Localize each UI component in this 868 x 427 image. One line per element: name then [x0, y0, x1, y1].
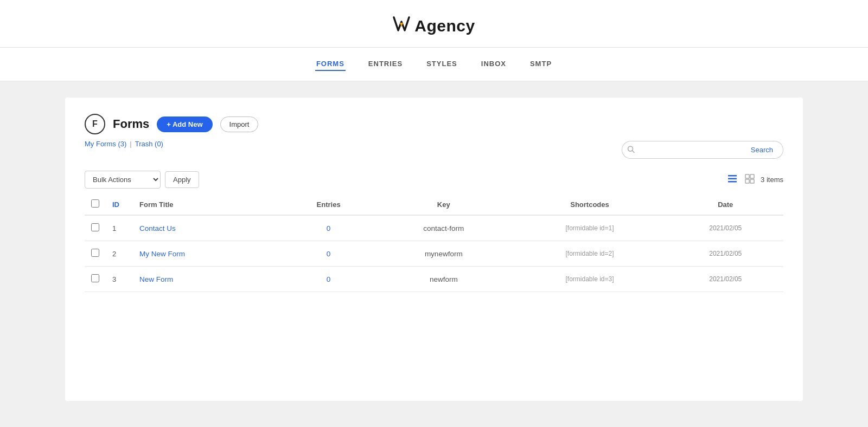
- col-header-id[interactable]: ID: [106, 194, 133, 215]
- bulk-actions-wrap: Bulk Actions Delete Apply: [85, 171, 199, 189]
- row-title: Contact Us: [133, 215, 282, 241]
- site-name: Agency: [414, 17, 475, 35]
- row-shortcode: [formidable id=2]: [512, 241, 667, 267]
- col-header-key: Key: [375, 194, 512, 215]
- col-header-shortcodes: Shortcodes: [512, 194, 667, 215]
- svg-rect-2: [728, 175, 737, 177]
- table-row: 1 Contact Us 0 contact-form [formidable …: [85, 215, 783, 241]
- forms-icon: F: [85, 114, 105, 134]
- search-button[interactable]: Search: [741, 141, 783, 159]
- svg-rect-5: [745, 174, 749, 178]
- page-body: F Forms + Add New Import My Forms (3) | …: [0, 81, 868, 417]
- toolbar-row: Bulk Actions Delete Apply: [85, 171, 783, 189]
- sub-nav: My Forms (3) | Trash (0): [85, 140, 163, 148]
- row-date: 2021/02/05: [668, 241, 783, 267]
- top-header: Agency: [0, 0, 868, 48]
- row-date: 2021/02/05: [668, 267, 783, 292]
- row-key: contact-form: [375, 215, 512, 241]
- row-entries: 0: [282, 215, 375, 241]
- row-id: 1: [106, 215, 133, 241]
- row-id: 2: [106, 241, 133, 267]
- nav-smtp[interactable]: SMTP: [529, 57, 553, 71]
- col-header-check: [85, 194, 106, 215]
- row-key: newform: [375, 267, 512, 292]
- list-view-button[interactable]: [726, 172, 739, 187]
- select-all-checkbox[interactable]: [91, 199, 99, 208]
- search-icon-wrap: [622, 141, 741, 159]
- logo: Agency: [393, 15, 475, 36]
- search-input[interactable]: [622, 141, 741, 159]
- row-key: mynewform: [375, 241, 512, 267]
- nav-inbox[interactable]: INBOX: [480, 57, 507, 71]
- search-wrap: Search: [622, 141, 783, 159]
- row-shortcode: [formidable id=1]: [512, 215, 667, 241]
- row-checkbox[interactable]: [91, 223, 99, 231]
- row-title: My New Form: [133, 241, 282, 267]
- col-header-form-title: Form Title: [133, 194, 282, 215]
- view-controls: 3 items: [726, 172, 783, 187]
- form-title-link[interactable]: My New Form: [139, 250, 185, 258]
- row-entries: 0: [282, 241, 375, 267]
- row-shortcode: [formidable id=3]: [512, 267, 667, 292]
- row-checkbox-cell: [85, 267, 106, 292]
- col-header-date: Date: [668, 194, 783, 215]
- logo-icon: [393, 15, 410, 36]
- main-nav: FORMS ENTRIES STYLES INBOX SMTP: [0, 48, 868, 81]
- row-id: 3: [106, 267, 133, 292]
- forms-header: F Forms + Add New Import: [85, 114, 783, 134]
- form-title-link[interactable]: New Form: [139, 275, 173, 283]
- row-date: 2021/02/05: [668, 215, 783, 241]
- svg-rect-3: [728, 178, 737, 179]
- row-checkbox[interactable]: [91, 249, 99, 257]
- grid-view-button[interactable]: [743, 172, 756, 187]
- nav-styles[interactable]: STYLES: [425, 57, 458, 71]
- svg-rect-4: [728, 181, 737, 183]
- table-row: 2 My New Form 0 mynewform [formidable id…: [85, 241, 783, 267]
- nav-forms[interactable]: FORMS: [315, 57, 346, 71]
- row-checkbox-cell: [85, 241, 106, 267]
- row-checkbox[interactable]: [91, 274, 99, 282]
- page-title: Forms: [113, 117, 149, 131]
- row-checkbox-cell: [85, 215, 106, 241]
- content-card: F Forms + Add New Import My Forms (3) | …: [65, 98, 803, 401]
- add-new-button[interactable]: + Add New: [157, 117, 212, 132]
- svg-rect-7: [745, 179, 749, 183]
- my-forms-link[interactable]: My Forms (3): [85, 140, 126, 148]
- bulk-actions-select[interactable]: Bulk Actions Delete: [85, 171, 161, 189]
- item-count: 3 items: [761, 176, 783, 184]
- svg-rect-8: [750, 179, 754, 183]
- svg-rect-6: [750, 174, 754, 178]
- forms-table: ID Form Title Entries Key Shortcodes Dat…: [85, 194, 783, 292]
- col-header-entries: Entries: [282, 194, 375, 215]
- apply-button[interactable]: Apply: [165, 171, 199, 188]
- trash-link[interactable]: Trash (0): [135, 140, 163, 148]
- table-header-row: ID Form Title Entries Key Shortcodes Dat…: [85, 194, 783, 215]
- nav-entries[interactable]: ENTRIES: [367, 57, 404, 71]
- import-button[interactable]: Import: [220, 117, 259, 132]
- table-row: 3 New Form 0 newform [formidable id=3] 2…: [85, 267, 783, 292]
- row-title: New Form: [133, 267, 282, 292]
- separator: |: [130, 140, 131, 148]
- form-title-link[interactable]: Contact Us: [139, 224, 176, 232]
- row-entries: 0: [282, 267, 375, 292]
